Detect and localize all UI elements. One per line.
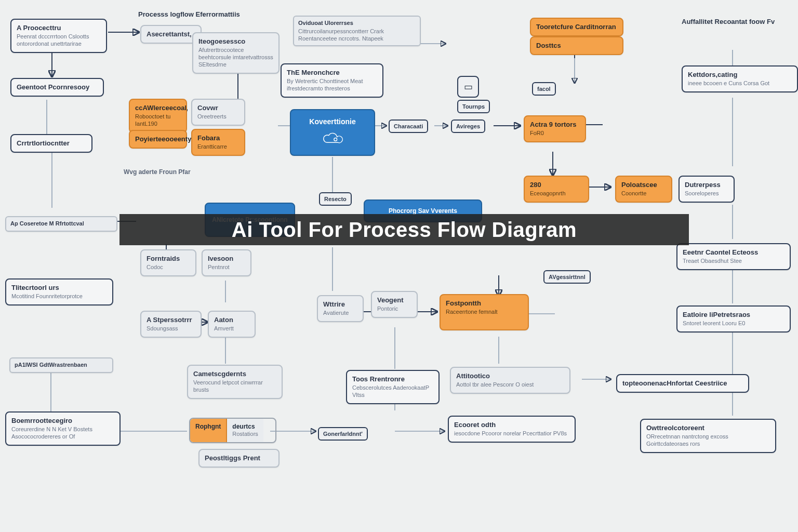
node-orange: Actra 9 tortors FoR0 [524, 115, 586, 142]
node-outline: topteoonenacHnfortat Ceestriice [616, 374, 749, 393]
node-gray: Peostltiggs Prent [198, 449, 280, 468]
node-outline: Ecooret odth iesocdone Pcooror norelar P… [448, 416, 576, 443]
chip: Tournps [457, 100, 490, 113]
node-gray: Veogent Pontoric [371, 291, 418, 318]
chip: Resecto [319, 192, 352, 206]
node-gray: Ap Coseretoe M Rfrtottcval [5, 216, 117, 232]
node-outline: Boemrroottecegiro Coreurerdine N N Ket V… [5, 411, 121, 446]
section-label: Processs logflow Eferrormattiis [138, 10, 240, 18]
node-outline: Toos Rrentronre Cebscerolutces Aaderooka… [346, 370, 440, 404]
node-outline: A Proocecttru Peenrat dcccrrrtoon Csloot… [10, 19, 107, 53]
node-outline: Eeetnr Caontel Ecteoss Treaet Obaesdhut … [676, 243, 791, 270]
node-gray: Aaton Amvertt [208, 311, 256, 338]
node-outline: Geentoot Pcornresooy [10, 78, 104, 97]
chip: AVgessirttnnl [543, 270, 591, 284]
node-outline: Eatloire liPetretsraos Sntoret Ieorent L… [676, 305, 791, 332]
chip: Characaati [389, 119, 428, 133]
node-orange: Tooretcfure Carditnorran [530, 18, 623, 36]
node-orange: 280 Eceoagopnrth [524, 176, 589, 203]
node-blue-central: Koveerttionie [290, 109, 375, 156]
svg-point-0 [334, 138, 337, 141]
node-gray: Ivesoon Pentnrot [202, 249, 251, 276]
icon-box: ▭ [457, 76, 479, 98]
node-outline: Crrtrtlortiocntter [10, 134, 92, 153]
node-gray: Covwr Oreetreerts [191, 99, 245, 126]
node-orange: Poyierteeooeenty [129, 130, 187, 149]
node-gray: Iteogoesessco Afutrerttrocootece beehtco… [192, 32, 280, 74]
node-outline: Dutrerpess Sooreloperes [679, 176, 735, 203]
node-outline: Kettdors,cating ineee bcooen e Cuns Cors… [682, 65, 798, 92]
node-orange: Fostpontth Raceerrtone femnalt [440, 294, 529, 330]
node-orange: Dosttcs [530, 36, 623, 55]
node-gray: Forntraids Codoc [140, 249, 196, 276]
chip: facol [532, 82, 556, 96]
node-orange: Fobara Erantticarre [191, 129, 245, 156]
node-gray: pA1IWSI GdtWrastrenbaen [9, 357, 113, 373]
node-outline: ThE Meronchcre By Wetrertic Chonttineot … [281, 63, 383, 98]
overlay-title: Ai Tool For Process Flow Diagram [119, 214, 689, 245]
node-gray: Attitootico Aottol tbr alee Pesconr O oi… [450, 367, 570, 394]
node-gray: Wttrire Avatierute [317, 295, 364, 322]
node-orange: ccAWlerceecoal Robooctoet tu IantL190 [129, 99, 187, 133]
node-outline: Owttreolcotoreent ORrecetnnan nantrctong… [640, 419, 776, 453]
cloud-icon [321, 130, 344, 148]
node-gray: Cametscgdernts Veerocund letpcot cinwrrr… [187, 365, 283, 399]
node-gray: Oviduoat Ulorerrses Cittrurcoilanurpessn… [293, 16, 421, 46]
node-gray: A Stperssotrrr Sdoungsass [140, 311, 202, 338]
section-label: Wvg aderte Froun Pfar [124, 168, 191, 176]
node-outline: Tlitecrtoorl urs Mcotitind Founnritetorp… [5, 278, 113, 305]
node-split: Rophgnt deurtcs Rostatiors [189, 418, 276, 443]
node-orange: Poloatscee Coonortte [615, 176, 672, 203]
chip: Avireges [451, 119, 485, 133]
section-label: Auffallitet Recoantat foow Fv [682, 18, 775, 25]
chip: Gonerfarldnnt' [318, 427, 368, 441]
diagram-canvas: Processs logflow Eferrormattiis Auffalli… [0, 0, 798, 532]
